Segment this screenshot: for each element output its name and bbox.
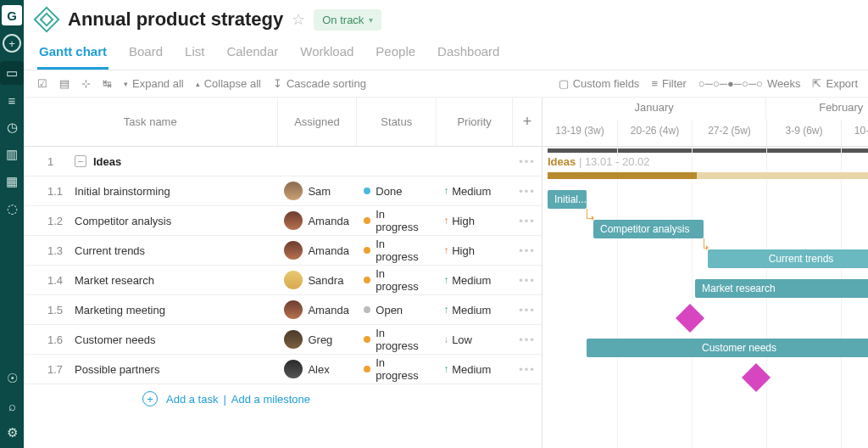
week-label: 10-16 (7w): [841, 120, 868, 147]
status-text: In progress: [376, 238, 430, 263]
task-name: Current trends: [75, 244, 145, 257]
collapse-icon[interactable]: −: [75, 155, 86, 167]
row-menu-button[interactable]: •••: [513, 274, 542, 287]
task-row[interactable]: 1.2 Competitor analysis Amanda In progre…: [24, 206, 542, 236]
tab-calendar[interactable]: Calendar: [225, 39, 280, 70]
task-bar[interactable]: Competitor analysis: [593, 220, 704, 238]
timeline-row: Initial...: [542, 185, 868, 215]
col-status[interactable]: Status: [357, 98, 437, 146]
group-row[interactable]: 1 − Ideas •••: [24, 147, 542, 176]
task-row[interactable]: 1.4 Market research Sandra In progress ↑…: [24, 266, 542, 295]
row-menu-button[interactable]: •••: [513, 333, 542, 346]
task-row[interactable]: 1.6 Customer needs Greg In progress ↓ Lo…: [24, 325, 542, 355]
zoom-slider[interactable]: ○─○─●─○─○ Weeks: [698, 77, 801, 90]
task-grid: Task name Assigned Status Priority + 1 −…: [24, 98, 542, 448]
task-row[interactable]: 1.5 Marketing meeting Amanda Open ↑ Medi…: [24, 295, 542, 325]
gear-icon[interactable]: ⚙: [0, 421, 24, 445]
star-icon[interactable]: ☆: [292, 10, 305, 29]
app-logo[interactable]: G: [2, 5, 22, 25]
assignee-name: Amanda: [308, 304, 348, 316]
sidebar-item-projects[interactable]: ▭: [0, 61, 24, 85]
task-bar[interactable]: Market research: [695, 279, 868, 298]
status-text: Done: [376, 185, 402, 198]
indent-icon[interactable]: ↹: [103, 77, 112, 90]
expand-all-button[interactable]: ▾Expand all: [124, 77, 184, 90]
col-assigned[interactable]: Assigned: [278, 98, 358, 146]
timeline[interactable]: January February 13-19 (3w) 20-26 (4w) 2…: [542, 98, 868, 448]
cascade-sort-button[interactable]: ↧ Cascade sorting: [273, 77, 366, 90]
row-menu-button[interactable]: •••: [513, 215, 542, 227]
status-dot: [364, 336, 370, 343]
task-row[interactable]: 1.7 Possible partners Alex In progress ↑…: [24, 355, 542, 384]
row-menu-button[interactable]: •••: [513, 304, 542, 316]
row-menu-button[interactable]: •••: [513, 155, 542, 168]
tab-gantt[interactable]: Gantt chart: [37, 39, 108, 70]
avatar[interactable]: [284, 271, 303, 289]
row-menu-button[interactable]: •••: [513, 363, 542, 376]
priority-arrow-icon: ↑: [443, 304, 448, 316]
export-button[interactable]: ⇱ Export: [812, 77, 858, 90]
col-priority[interactable]: Priority: [437, 98, 513, 146]
avatar[interactable]: [284, 360, 303, 378]
assignee-name: Amanda: [308, 244, 348, 257]
create-button[interactable]: +: [3, 34, 21, 53]
avatar[interactable]: [284, 330, 303, 349]
tab-board[interactable]: Board: [127, 39, 164, 70]
priority-arrow-icon: ↑: [443, 185, 448, 197]
status-label: On track: [322, 14, 364, 26]
status-text: In progress: [376, 267, 430, 293]
filter-button[interactable]: ≡ Filter: [651, 77, 686, 90]
month-label: February: [766, 98, 868, 120]
sidebar-item-time[interactable]: ◷: [0, 115, 24, 139]
sidebar-item-chat[interactable]: ◌: [0, 197, 24, 221]
task-bar[interactable]: Current trends: [708, 249, 868, 268]
tab-list[interactable]: List: [183, 39, 206, 70]
hierarchy-icon[interactable]: ⊹: [81, 77, 91, 90]
bell-icon[interactable]: ☉: [0, 367, 24, 390]
milestone-marker[interactable]: [742, 363, 771, 392]
col-taskname[interactable]: Task name: [24, 98, 278, 146]
sidebar-item-docs[interactable]: ▥: [0, 143, 24, 166]
columns-icon[interactable]: ▤: [59, 77, 70, 90]
task-bar[interactable]: Initial...: [548, 190, 587, 209]
add-milestone-link[interactable]: Add a milestone: [231, 393, 310, 406]
milestone-marker[interactable]: [676, 304, 704, 333]
priority-arrow-icon: ↑: [443, 215, 448, 227]
tab-people[interactable]: People: [374, 39, 417, 70]
timeline-row: Competitor analysis: [542, 215, 868, 244]
add-task-link[interactable]: Add a task: [166, 393, 218, 406]
status-text: In progress: [376, 208, 430, 233]
avatar[interactable]: [284, 300, 303, 319]
timeline-row: [542, 363, 868, 393]
row-menu-button[interactable]: •••: [513, 185, 542, 198]
add-column-button[interactable]: +: [513, 98, 542, 146]
row-menu-button[interactable]: •••: [513, 244, 542, 257]
collapse-all-button[interactable]: ▴Collapse all: [196, 77, 261, 90]
month-label: January: [542, 98, 766, 120]
checkbox-icon[interactable]: ☑: [37, 77, 47, 90]
plus-circle-icon[interactable]: +: [142, 391, 158, 406]
avatar[interactable]: [284, 211, 303, 230]
avatar[interactable]: [284, 241, 303, 260]
search-icon[interactable]: ⌕: [0, 394, 24, 417]
tab-workload[interactable]: Workload: [298, 39, 355, 70]
priority-text: Medium: [452, 274, 491, 287]
wbs-number: 1.4: [31, 274, 75, 287]
custom-fields-button[interactable]: ▢ Custom fields: [559, 77, 640, 90]
status-text: Open: [376, 304, 403, 316]
sidebar-item-apps[interactable]: ▦: [0, 170, 24, 193]
priority-arrow-icon: ↑: [443, 244, 448, 256]
group-summary-bar[interactable]: [548, 172, 697, 179]
task-name: Competitor analysis: [75, 215, 171, 227]
sidebar-item-list[interactable]: ≡: [0, 88, 24, 112]
avatar[interactable]: [284, 182, 303, 200]
timeline-row: Current trends: [542, 244, 868, 274]
task-row[interactable]: 1.3 Current trends Amanda In progress ↑ …: [24, 236, 542, 266]
status-pill[interactable]: On track ▾: [314, 9, 381, 31]
task-name: Customer needs: [75, 333, 155, 346]
status-dot: [364, 306, 370, 313]
task-bar[interactable]: Customer needs: [587, 339, 868, 357]
project-title: Annual product strategy: [68, 8, 283, 31]
tab-dashboard[interactable]: Dashboard: [436, 39, 501, 70]
task-row[interactable]: 1.1 Initial brainstorming Sam Done ↑ Med…: [24, 176, 542, 206]
